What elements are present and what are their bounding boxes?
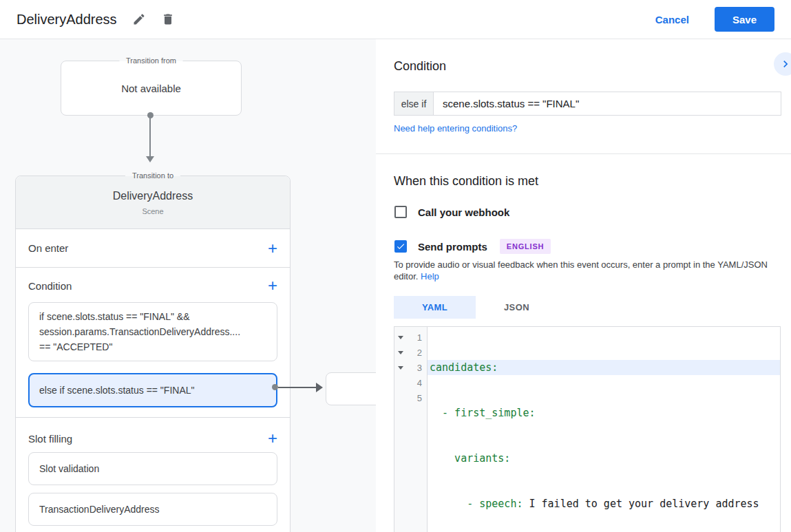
scene-editor-screen: DeliveryAddress Cancel Save Transition f… [0, 0, 791, 532]
language-badge: ENGLISH [500, 239, 551, 254]
help-link[interactable]: Help [421, 271, 439, 281]
edit-icon[interactable] [132, 12, 146, 26]
transition-from-node: Transition from Not available [61, 61, 242, 116]
add-condition-icon[interactable]: + [268, 279, 277, 292]
condition-if-line3: == "ACCEPTED" [39, 339, 266, 354]
when-condition-met-title: When this condition is met [394, 174, 538, 189]
slot-filling-section: Slot filling + Slot validation Transacti… [16, 418, 290, 526]
code-line-4: - speech: I failed to get your delivery … [428, 496, 780, 511]
editor-gutter: 1 2 3 4 5 [394, 327, 428, 532]
tab-yaml[interactable]: YAML [394, 296, 476, 319]
on-enter-title: On enter [28, 242, 68, 254]
scene-card-header: DeliveryAddress Scene [16, 176, 290, 229]
slot-filling-title: Slot filling [28, 433, 72, 445]
prompts-description: To provide audio or visual feedback when… [394, 259, 779, 282]
slot-item-validation[interactable]: Slot validation [28, 452, 277, 485]
send-prompts-row: Send prompts ENGLISH [394, 239, 551, 254]
slot-item-transaction-delivery-address[interactable]: TransactionDeliveryAddress [28, 493, 277, 526]
line-number: 3 [405, 363, 427, 373]
line-number: 4 [405, 378, 427, 388]
line-number: 5 [405, 393, 427, 403]
condition-prefix-label: else if [394, 92, 434, 115]
condition-target-node[interactable] [326, 372, 376, 405]
header-bar: DeliveryAddress Cancel Save [0, 0, 791, 39]
chevron-right-icon [779, 57, 791, 71]
transition-from-label: Transition from [119, 56, 183, 66]
fold-toggle-icon[interactable] [394, 351, 405, 354]
gutter-row: 4 [394, 375, 427, 390]
line-number: 1 [405, 332, 427, 343]
condition-connector-dot [272, 384, 278, 390]
on-enter-section: On enter + [16, 229, 290, 268]
condition-section-header: Condition + [16, 268, 290, 301]
header-actions: Cancel Save [655, 7, 774, 32]
line-number: 2 [405, 348, 427, 358]
condition-help-link[interactable]: Need help entering conditions? [394, 123, 517, 134]
gutter-row: 5 [394, 390, 427, 405]
slot-filling-section-header: Slot filling + [16, 418, 290, 452]
condition-item-elseif-selected[interactable]: else if scene.slots.status == "FINAL" [28, 373, 277, 407]
condition-detail-panel: Condition else if scene.slots.status == … [376, 39, 791, 532]
add-on-enter-icon[interactable]: + [268, 242, 277, 255]
send-prompts-label[interactable]: Send prompts [418, 241, 487, 253]
code-line-3: variants: [428, 451, 780, 466]
gutter-row: 1 [394, 330, 427, 345]
transition-to-card: Transition to DeliveryAddress Scene On e… [15, 175, 291, 532]
add-slot-icon[interactable]: + [268, 432, 277, 445]
transition-from-content: Not available [121, 83, 181, 94]
transition-to-label: Transition to [125, 171, 180, 181]
editor-format-tabs: YAML JSON [394, 296, 558, 319]
flow-arrow-line [149, 116, 151, 156]
condition-expression-input[interactable]: scene.slots.status == "FINAL" [434, 92, 781, 115]
condition-item-if[interactable]: if scene.slots.status == "FINAL" && sess… [28, 302, 277, 361]
condition-connector-line [278, 387, 317, 388]
delete-icon[interactable] [161, 12, 175, 26]
check-icon [396, 242, 405, 251]
gutter-row: 3 [394, 360, 427, 375]
call-webhook-checkbox[interactable] [394, 206, 407, 218]
collapse-panel-button[interactable] [774, 52, 791, 76]
flow-diagram-panel: Transition from Not available Transition… [0, 39, 376, 532]
call-webhook-label[interactable]: Call your webhook [418, 206, 509, 218]
main-content: Transition from Not available Transition… [0, 39, 791, 532]
condition-section: Condition + if scene.slots.status == "FI… [16, 268, 290, 418]
scene-type-label: Scene [142, 207, 163, 215]
fold-toggle-icon[interactable] [394, 336, 405, 339]
page-title: DeliveryAddress [17, 12, 117, 28]
gutter-row: 2 [394, 345, 427, 360]
call-webhook-row: Call your webhook [394, 206, 509, 218]
panel-divider [376, 153, 791, 154]
condition-expression-row: else if scene.slots.status == "FINAL" [394, 92, 781, 116]
flow-arrow-head [146, 156, 154, 162]
send-prompts-checkbox[interactable] [394, 240, 407, 253]
tab-json[interactable]: JSON [476, 296, 558, 319]
code-line-2: - first_simple: [428, 405, 780, 421]
scene-name: DeliveryAddress [113, 190, 193, 202]
yaml-code-editor: 1 2 3 4 5 [394, 326, 781, 532]
condition-title: Condition [28, 280, 72, 292]
panel-title: Condition [394, 59, 446, 74]
cancel-button[interactable]: Cancel [655, 14, 689, 25]
condition-if-line1: if scene.slots.status == "FINAL" && [39, 309, 266, 324]
prompts-description-text: To provide audio or visual feedback when… [394, 259, 768, 281]
editor-code-area[interactable]: candidates: - first_simple: variants: - … [428, 327, 780, 532]
condition-if-line2: session.params.TransactionDeliveryAddres… [39, 324, 266, 339]
condition-connector-arrow-head [316, 383, 323, 392]
fold-toggle-icon[interactable] [394, 366, 405, 370]
save-button[interactable]: Save [715, 7, 774, 32]
code-line-1: candidates: [428, 360, 780, 375]
